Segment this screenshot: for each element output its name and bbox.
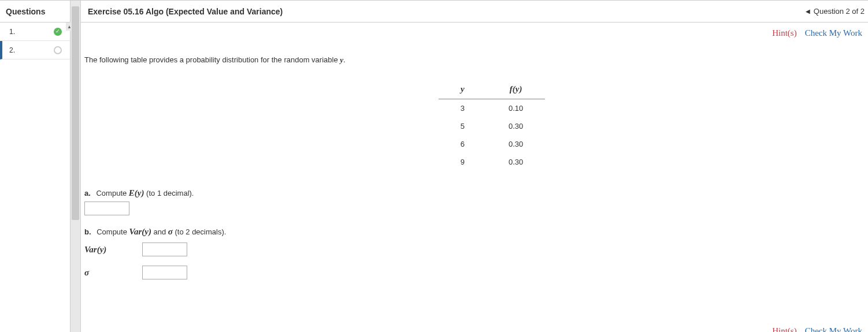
- question-nav[interactable]: ◀ Question 2 of 2: [806, 7, 865, 16]
- part-a: a. Compute E(y) (to 1 decimal).: [84, 188, 865, 219]
- distribution-table: y f(y) 3 0.10 5 0.30: [439, 80, 546, 171]
- var-row: Var(y): [84, 239, 865, 260]
- answer-var-input[interactable]: [142, 243, 187, 256]
- question-num: 2.: [9, 46, 15, 54]
- status-incomplete-icon: [54, 46, 62, 54]
- app-root: Questions ▲ 1. 2. Exercise 05.16 Algo (E…: [0, 0, 868, 332]
- question-item-2[interactable]: 2.: [0, 41, 70, 59]
- part-a-label: a.: [84, 189, 91, 197]
- main-area: Exercise 05.16 Algo (Expected Value and …: [71, 1, 868, 332]
- nav-label: Question 2 of 2: [814, 7, 865, 16]
- scroll-gutter[interactable]: [71, 1, 81, 332]
- question-list: ▲ 1. 2.: [0, 23, 70, 59]
- intro-text: The following table provides a probabili…: [84, 55, 865, 65]
- sidebar-header: Questions: [0, 1, 70, 23]
- content-wrap: Exercise 05.16 Algo (Expected Value and …: [81, 1, 868, 332]
- problem-body: The following table provides a probabili…: [81, 38, 868, 332]
- questions-sidebar: Questions ▲ 1. 2.: [0, 1, 71, 332]
- table-row: 9 0.30: [439, 153, 546, 171]
- expr-vary: Var(y): [129, 227, 151, 236]
- answer-sigma-input[interactable]: [142, 266, 187, 279]
- part-b-label: b.: [84, 227, 91, 236]
- hints-link-bottom[interactable]: Hint(s): [772, 326, 797, 332]
- title-bar: Exercise 05.16 Algo (Expected Value and …: [81, 1, 868, 23]
- question-item-1[interactable]: 1.: [0, 23, 70, 41]
- part-b: b. Compute Var(y) and σ (to 2 decimals).…: [84, 227, 865, 283]
- status-complete-icon: [54, 28, 62, 36]
- exercise-title: Exercise 05.16 Algo (Expected Value and …: [88, 7, 283, 16]
- nav-prev-icon[interactable]: ◀: [806, 8, 810, 14]
- question-num: 1.: [9, 28, 15, 36]
- check-work-link-bottom[interactable]: Check My Work: [805, 326, 862, 332]
- col-fy-header: f(y): [487, 80, 545, 99]
- hints-link[interactable]: Hint(s): [772, 28, 797, 38]
- scroll-thumb[interactable]: [72, 6, 79, 220]
- table-row: 5 0.30: [439, 117, 546, 135]
- toolbar: Hint(s) Check My Work: [81, 23, 868, 38]
- col-y-header: y: [439, 80, 487, 99]
- sigma-label: σ: [84, 268, 119, 278]
- sigma-row: σ: [84, 262, 865, 283]
- var-label: Var(y): [84, 245, 119, 255]
- expr-ey: E(y): [129, 188, 144, 197]
- check-work-link[interactable]: Check My Work: [805, 28, 862, 38]
- table-row: 3 0.10: [439, 99, 546, 118]
- footer-toolbar: Hint(s) Check My Work: [772, 326, 862, 332]
- table-row: 6 0.30: [439, 135, 546, 153]
- expr-sigma: σ: [168, 227, 173, 236]
- answer-a-input[interactable]: [84, 202, 129, 215]
